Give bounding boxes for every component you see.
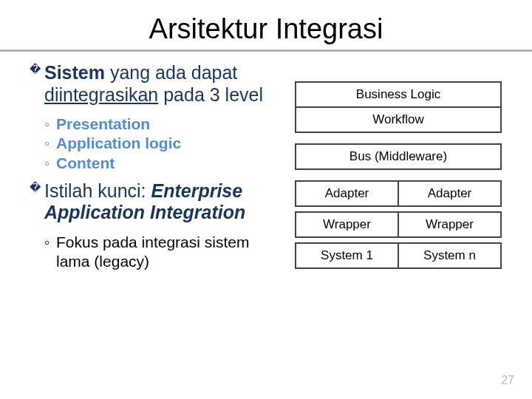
- bullet-2-text: Istilah kunci:: [44, 180, 146, 201]
- diagram-box: Adapter: [398, 180, 502, 207]
- page-number: 27: [501, 374, 514, 387]
- sublist-1-item: Application logic: [44, 134, 281, 153]
- diagram-box: Bus (Middleware): [295, 143, 502, 170]
- architecture-diagram: Business Logic Workflow Bus (Middleware)…: [295, 81, 502, 269]
- sublist-1-item: Presentation: [44, 115, 281, 134]
- sublist-2-em: legacy: [99, 253, 144, 270]
- sublist-2-item: Fokus pada integrasi sistem lama (legacy…: [44, 233, 281, 272]
- sublist-1-item: Content: [44, 154, 281, 173]
- replacement-char-icon: �: [30, 182, 41, 193]
- diagram-box: Workflow: [295, 106, 502, 133]
- sublist-2: Fokus pada integrasi sistem lama (legacy…: [30, 233, 281, 272]
- right-column: Business Logic Workflow Bus (Middleware)…: [294, 62, 502, 279]
- title-divider: [0, 50, 532, 52]
- bullet-1: � Sistem yang ada dapat diintegrasikan p…: [30, 62, 281, 106]
- diagram-box: System 1: [295, 242, 398, 269]
- bullet-2: � Istilah kunci: Enterprise Application …: [30, 180, 281, 224]
- bullet-1-underline: diintegrasikan: [44, 84, 158, 105]
- content-row: � Sistem yang ada dapat diintegrasikan p…: [30, 62, 502, 279]
- diagram-gap: [295, 170, 502, 180]
- slide: Arsitektur Integrasi � Sistem yang ada d…: [0, 0, 532, 399]
- left-column: � Sistem yang ada dapat diintegrasikan p…: [30, 62, 281, 279]
- diagram-box: Wrapper: [398, 211, 502, 238]
- slide-title: Arsitektur Integrasi: [30, 13, 502, 45]
- bullet-1-after: pada 3 level: [158, 84, 263, 105]
- sublist-2-after: ): [144, 253, 149, 270]
- bullet-1-strong: Sistem: [44, 62, 105, 83]
- sublist-2-before: Fokus pada integrasi sistem lama (: [56, 233, 249, 270]
- diagram-box: Business Logic: [295, 81, 502, 108]
- replacement-char-icon: �: [30, 64, 41, 75]
- bullet-1-mid: yang ada dapat: [105, 62, 237, 83]
- diagram-box: Adapter: [295, 180, 398, 207]
- sublist-1: Presentation Application logic Content: [30, 115, 281, 173]
- diagram-box: System n: [398, 242, 502, 269]
- diagram-gap: [295, 133, 502, 143]
- diagram-box: Wrapper: [295, 211, 398, 238]
